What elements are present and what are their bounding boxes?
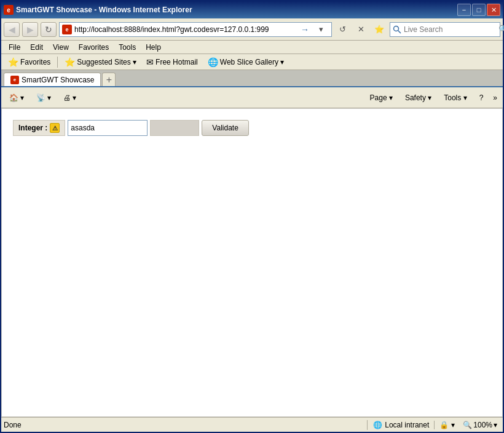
safety-button[interactable]: Safety ▾ [400, 90, 437, 106]
close-button[interactable]: ✕ [487, 4, 500, 16]
page-button[interactable]: Page ▾ [364, 90, 398, 106]
integer-input[interactable] [68, 120, 148, 136]
tab-favicon: e [10, 76, 19, 84]
menu-view[interactable]: View [48, 42, 74, 53]
suggested-sites-label: Suggested Sites ▾ [77, 58, 136, 66]
security-dropdown-icon: ▾ [451, 421, 455, 429]
suggested-sites-icon: ⭐ [65, 57, 75, 67]
forward-icon: ▶ [27, 25, 34, 34]
menu-tools[interactable]: Tools [114, 42, 141, 53]
search-icon [393, 25, 401, 34]
stop-button[interactable]: ✕ [353, 22, 369, 37]
svg-point-0 [394, 26, 399, 31]
home-button[interactable]: 🏠 ▾ [4, 90, 30, 106]
safety-label: Safety ▾ [405, 93, 431, 102]
svg-line-1 [398, 30, 401, 33]
status-bar: Done 🌐 Local intranet 🔒 ▾ 🔍 100% ▾ [1, 417, 503, 432]
validate-button[interactable]: Validate [202, 120, 248, 136]
tools-button[interactable]: Tools ▾ [438, 90, 472, 106]
form-area: Integer : ⚠ Validate [8, 115, 496, 145]
refresh-icon: ↻ [45, 25, 52, 34]
status-right: 🌐 Local intranet 🔒 ▾ 🔍 100% ▾ [367, 419, 500, 431]
form-spacer [150, 120, 199, 136]
zoom-label: 100% [473, 421, 492, 429]
address-bar-container: e → ▾ [59, 22, 332, 37]
help-button[interactable]: ? [474, 90, 489, 106]
menu-bar: File Edit View Favorites Tools Help [1, 41, 503, 54]
feeds-button[interactable]: 📡 ▾ [31, 90, 57, 106]
home-dropdown-icon: ▾ [20, 93, 24, 102]
toolbar-right: Page ▾ Safety ▾ Tools ▾ ? » [364, 90, 500, 106]
favorites-bar: ⭐ Favorites ⭐ Suggested Sites ▾ ✉ Free H… [1, 54, 503, 70]
print-dropdown-icon: ▾ [73, 93, 76, 102]
back-icon: ◀ [9, 25, 15, 34]
feeds-icon: 📡 [36, 93, 45, 102]
web-slice-button[interactable]: 🌐 Web Slice Gallery ▾ [203, 55, 288, 69]
tab-label: SmartGWT Showcase [22, 76, 94, 84]
active-tab[interactable]: e SmartGWT Showcase [4, 73, 101, 86]
address-favicon: e [62, 25, 72, 34]
zone-label: Local intranet [385, 421, 429, 429]
warning-icon: ⚠ [50, 123, 60, 133]
maximize-button[interactable]: □ [472, 4, 486, 16]
print-button[interactable]: 🖨 ▾ [58, 90, 82, 106]
browser-window: e SmartGWT Showcase - Windows Internet E… [0, 0, 504, 433]
search-favorites-button[interactable]: ⭐ [371, 22, 387, 37]
home-icon: 🏠 [9, 93, 18, 102]
menu-help[interactable]: Help [141, 42, 166, 53]
title-bar-left: e SmartGWT Showcase - Windows Internet E… [4, 5, 192, 15]
security-indicator: 🔒 ▾ [434, 421, 455, 429]
fav-separator-1 [57, 57, 58, 68]
favorites-label: Favorites [20, 58, 50, 66]
web-slice-icon: 🌐 [208, 57, 218, 67]
nav-bar: ◀ ▶ ↻ e → ▾ ↺ ✕ ⭐ 🔍 [1, 18, 503, 41]
page-label: Page ▾ [370, 93, 393, 102]
favorites-button[interactable]: ⭐ Favorites [4, 55, 55, 69]
form-label: Integer : [18, 124, 47, 132]
print-icon: 🖨 [63, 93, 71, 102]
back-button[interactable]: ◀ [4, 22, 20, 37]
address-dropdown-button[interactable]: ▾ [313, 22, 329, 37]
zone-icon: 🌐 [372, 420, 382, 430]
web-slice-label: Web Slice Gallery ▾ [220, 58, 284, 66]
title-controls: − □ ✕ [457, 4, 500, 16]
expand-icon: » [493, 93, 497, 102]
menu-file[interactable]: File [4, 42, 25, 53]
zone-indicator: 🌐 Local intranet [367, 420, 429, 430]
tools-label: Tools ▾ [444, 93, 467, 102]
minimize-button[interactable]: − [457, 4, 471, 16]
browser-icon: e [4, 5, 14, 15]
feeds-dropdown-icon: ▾ [47, 93, 51, 102]
status-left: Done [4, 421, 22, 429]
form-label-cell: Integer : ⚠ [13, 120, 65, 136]
address-input[interactable] [74, 25, 297, 34]
favorites-star-icon: ⭐ [8, 57, 18, 67]
main-content: Integer : ⚠ Validate [1, 108, 503, 417]
expand-button[interactable]: » [490, 90, 500, 106]
tabs-bar: e SmartGWT Showcase + [1, 70, 503, 87]
search-go-button[interactable]: 🔍 [498, 24, 504, 35]
refresh-button[interactable]: ↻ [41, 22, 57, 37]
warning-symbol: ⚠ [52, 125, 58, 132]
hotmail-icon: ✉ [146, 57, 154, 67]
zoom-icon: 🔍 [463, 421, 472, 429]
security-icon: 🔒 [439, 421, 449, 429]
zoom-dropdown-icon: ▾ [494, 421, 497, 429]
title-bar: e SmartGWT Showcase - Windows Internet E… [1, 1, 503, 18]
refresh-page-button[interactable]: ↺ [334, 22, 350, 37]
search-input[interactable] [404, 25, 496, 34]
status-text: Done [4, 421, 22, 429]
title-text: SmartGWT Showcase - Windows Internet Exp… [16, 6, 192, 14]
menu-favorites[interactable]: Favorites [74, 42, 114, 53]
menu-edit[interactable]: Edit [25, 42, 48, 53]
forward-button[interactable]: ▶ [22, 22, 38, 37]
search-bar-container: 🔍 [390, 22, 500, 37]
zoom-button[interactable]: 🔍 100% ▾ [460, 419, 500, 431]
help-label: ? [479, 93, 484, 102]
hotmail-label: Free Hotmail [156, 58, 198, 66]
new-tab-button[interactable]: + [102, 73, 116, 86]
suggested-sites-button[interactable]: ⭐ Suggested Sites ▾ [60, 55, 141, 69]
form-row: Integer : ⚠ Validate [13, 120, 491, 136]
address-go-button[interactable]: → [299, 24, 310, 35]
free-hotmail-button[interactable]: ✉ Free Hotmail [142, 55, 202, 69]
